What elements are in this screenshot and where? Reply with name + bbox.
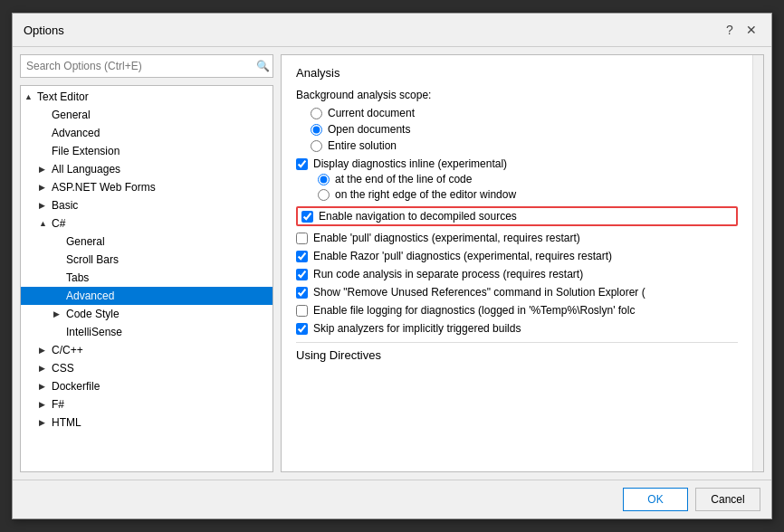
search-icon: 🔍	[256, 60, 270, 72]
checkbox-skip-analyzers-label: Skip analyzers for implicitly triggered …	[313, 322, 521, 335]
radio-entire-solution[interactable]: Entire solution	[311, 139, 738, 152]
tree-item-csharp[interactable]: ▲ C#	[21, 214, 272, 233]
tree-label-code-style: Code Style	[66, 308, 120, 320]
tree-label-csharp-advanced: Advanced	[66, 290, 114, 302]
caret-html: ▶	[39, 418, 52, 427]
checkbox-display-diagnostics-input[interactable]	[296, 158, 308, 170]
tree-item-intellisense[interactable]: IntelliSense	[21, 323, 272, 341]
caret-scroll	[53, 255, 66, 264]
cancel-button[interactable]: Cancel	[695, 488, 760, 511]
checkbox-run-separate-input[interactable]	[296, 269, 308, 280]
tree-item-advanced[interactable]: Advanced	[21, 124, 272, 142]
tree-label-csharp: C#	[52, 217, 65, 230]
dialog-body: 🔍 ▲ Text Editor General	[13, 47, 771, 480]
left-panel: 🔍 ▲ Text Editor General	[20, 54, 273, 472]
tree-label-scroll-bars: Scroll Bars	[66, 253, 119, 266]
tree-label-tabs: Tabs	[66, 271, 89, 284]
sub-radio-right-edge-input[interactable]	[318, 189, 330, 201]
radio-entire-solution-input[interactable]	[311, 140, 322, 152]
checkbox-enable-nav-label: Enable navigation to decompiled sources	[319, 210, 517, 223]
right-scroll-wrap: Analysis Background analysis scope: Curr…	[282, 55, 763, 471]
tree-item-dockerfile[interactable]: ▶ Dockerfile	[21, 377, 272, 395]
checkbox-enable-razor-input[interactable]	[296, 251, 308, 262]
radio-entire-solution-label: Entire solution	[328, 139, 397, 152]
caret-text-editor: ▲	[24, 92, 37, 101]
caret-file-ext	[39, 147, 52, 156]
caret-dockerfile: ▶	[39, 382, 52, 391]
search-input[interactable]	[20, 54, 273, 78]
checkbox-enable-logging-input[interactable]	[296, 305, 308, 317]
tree-item-text-editor[interactable]: ▲ Text Editor	[21, 88, 272, 106]
checkbox-enable-logging[interactable]: Enable file logging for diagnostics (log…	[296, 304, 738, 317]
tree-item-css[interactable]: ▶ CSS	[21, 359, 272, 377]
caret-advanced	[39, 128, 52, 138]
tree-item-basic[interactable]: ▶ Basic	[21, 196, 272, 214]
tree-item-fsharp[interactable]: ▶ F#	[21, 395, 272, 413]
right-scrollbar[interactable]	[752, 55, 763, 471]
tree-item-html[interactable]: ▶ HTML	[21, 413, 272, 432]
caret-general	[39, 110, 52, 119]
tree-label-fsharp: F#	[52, 398, 64, 411]
tree-label-basic: Basic	[52, 199, 78, 212]
checkbox-display-diagnostics[interactable]: Display diagnostics inline (experimental…	[296, 157, 738, 170]
right-panel: Analysis Background analysis scope: Curr…	[281, 54, 764, 472]
section-title: Analysis	[296, 66, 738, 80]
caret-fsharp: ▶	[39, 400, 52, 409]
tree-item-aspnet[interactable]: ▶ ASP.NET Web Forms	[21, 178, 272, 196]
sub-radio-right-edge[interactable]: on the right edge of the editor window	[318, 188, 738, 201]
caret-css: ▶	[39, 364, 52, 373]
options-dialog: Options ? ✕ 🔍 ▲ Text Editor	[12, 13, 772, 519]
checkbox-skip-analyzers[interactable]: Skip analyzers for implicitly triggered …	[296, 322, 738, 335]
tree-item-tabs[interactable]: Tabs	[21, 269, 272, 287]
radio-current-doc-input[interactable]	[311, 108, 322, 119]
tree-label-html: HTML	[52, 416, 81, 429]
checkbox-enable-nav-wrapper: Enable navigation to decompiled sources	[296, 206, 738, 226]
tree-item-code-style[interactable]: ▶ Code Style	[21, 305, 272, 323]
checkbox-enable-razor[interactable]: Enable Razor 'pull' diagnostics (experim…	[296, 250, 738, 262]
tree-label-css: CSS	[52, 362, 74, 375]
close-button[interactable]: ✕	[742, 21, 760, 39]
radio-open-docs[interactable]: Open documents	[311, 123, 738, 136]
caret-aspnet: ▶	[39, 183, 52, 192]
tree-label-advanced: Advanced	[52, 127, 100, 139]
ok-button[interactable]: OK	[623, 488, 688, 511]
radio-open-docs-input[interactable]	[311, 124, 322, 136]
tree-item-all-languages[interactable]: ▶ All Languages	[21, 160, 272, 178]
checkbox-enable-pull[interactable]: Enable 'pull' diagnostics (experimental,…	[296, 232, 738, 244]
sub-radio-end-of-line[interactable]: at the end of the line of code	[318, 173, 738, 185]
caret-csharp: ▲	[39, 219, 52, 228]
checkbox-enable-pull-input[interactable]	[296, 233, 308, 244]
tree-label-text-editor: Text Editor	[37, 90, 89, 103]
checkbox-enable-pull-label: Enable 'pull' diagnostics (experimental,…	[313, 232, 580, 244]
right-content: Analysis Background analysis scope: Curr…	[282, 55, 752, 471]
using-directives-label: Using Directives	[296, 348, 381, 362]
checkbox-enable-logging-label: Enable file logging for diagnostics (log…	[313, 304, 635, 317]
caret-code-style: ▶	[53, 309, 66, 318]
sub-radio-right-edge-label: on the right edge of the editor window	[335, 188, 516, 201]
tree-item-scroll-bars[interactable]: Scroll Bars	[21, 251, 272, 269]
tree-item-csharp-advanced[interactable]: Advanced	[21, 287, 272, 305]
checkbox-run-separate-label: Run code analysis in separate process (r…	[313, 268, 583, 280]
caret-all-lang: ▶	[39, 165, 52, 174]
dialog-title: Options	[24, 24, 64, 37]
bg-scope-label: Background analysis scope:	[296, 89, 738, 101]
title-controls: ? ✕	[721, 21, 760, 39]
checkbox-show-remove[interactable]: Show "Remove Unused References" command …	[296, 286, 738, 299]
tree-label-dockerfile: Dockerfile	[52, 380, 100, 393]
checkbox-skip-analyzers-input[interactable]	[296, 323, 308, 335]
tree-label-general: General	[52, 109, 91, 121]
checkbox-enable-nav-input[interactable]	[301, 211, 313, 223]
tree-item-file-extension[interactable]: File Extension	[21, 142, 272, 160]
checkbox-show-remove-input[interactable]	[296, 287, 308, 299]
tree-item-cpp[interactable]: ▶ C/C++	[21, 341, 272, 359]
tree-item-general[interactable]: General	[21, 106, 272, 124]
sub-radio-end-line-input[interactable]	[318, 174, 330, 185]
caret-cpp: ▶	[39, 346, 52, 355]
help-button[interactable]: ?	[721, 21, 739, 39]
dialog-footer: OK Cancel	[13, 480, 771, 518]
caret-intellisense	[53, 328, 66, 337]
sub-radio-end-line-label: at the end of the line of code	[335, 173, 472, 185]
checkbox-run-separate[interactable]: Run code analysis in separate process (r…	[296, 268, 738, 280]
tree-item-csharp-general[interactable]: General	[21, 233, 272, 251]
radio-current-doc[interactable]: Current document	[311, 107, 738, 119]
